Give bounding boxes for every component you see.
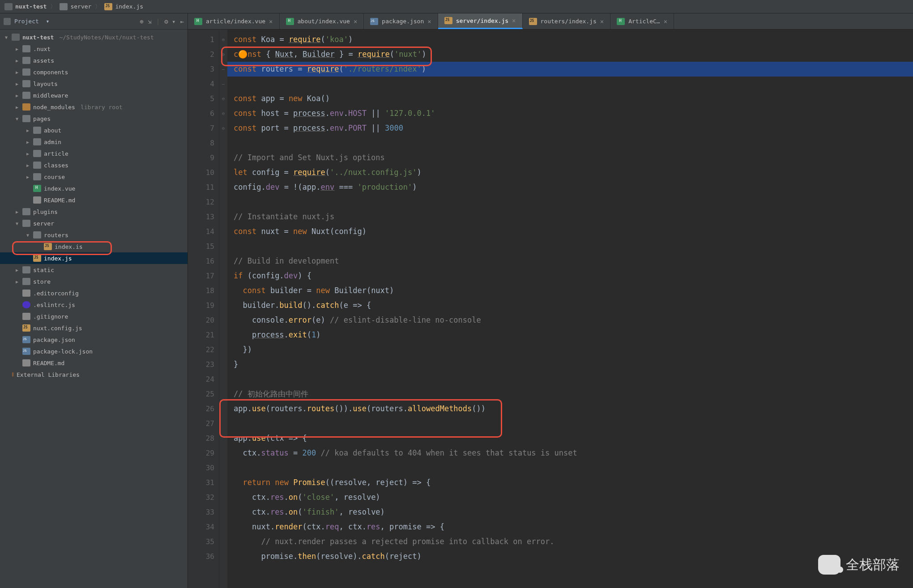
code-line[interactable]: if (config.dev) { <box>234 268 913 283</box>
tree-arrow-icon[interactable] <box>25 151 30 156</box>
code-line[interactable]: } <box>234 357 913 372</box>
editor-tab[interactable]: about/index.vue× <box>280 13 364 29</box>
tree-item[interactable]: admin <box>0 136 188 148</box>
tree-arrow-icon[interactable] <box>14 209 20 214</box>
fold-gutter[interactable]: ⊖⊖––⊖⊖⊖ <box>219 30 227 588</box>
tree-arrow-icon[interactable] <box>14 105 20 110</box>
editor-tab[interactable]: ArticleC…× <box>610 13 674 29</box>
editor-tab[interactable]: routers/index.js× <box>523 13 611 29</box>
code-line[interactable]: const nuxt = new Nuxt(config) <box>234 224 913 239</box>
close-tab-icon[interactable]: × <box>354 18 357 25</box>
close-tab-icon[interactable]: × <box>512 17 516 24</box>
fold-marker[interactable]: ⊖ <box>219 121 227 136</box>
code-line[interactable]: app.use(ctx => { <box>234 431 913 446</box>
tree-arrow-icon[interactable] <box>14 93 20 98</box>
tree-item[interactable]: server <box>0 217 188 229</box>
code-line[interactable]: builder.build().catch(e => { <box>234 298 913 313</box>
code-line[interactable] <box>234 136 913 150</box>
tree-item[interactable]: nuxt-test~/StudyNotes/Nuxt/nuxt-test <box>0 31 188 43</box>
code-line[interactable]: const host = process.env.HOST || '127.0.… <box>234 106 913 121</box>
editor-tab[interactable]: server/index.js× <box>438 13 523 29</box>
code-line[interactable]: // nuxt.render passes a rejected promise… <box>234 534 913 549</box>
tree-item[interactable]: .eslintrc.js <box>0 299 188 311</box>
tree-item[interactable]: nuxt.config.js <box>0 322 188 334</box>
breadcrumb-project[interactable]: nuxt-test <box>4 3 47 10</box>
code-line[interactable] <box>234 372 913 387</box>
project-dropdown[interactable]: Project ▾ <box>14 18 49 25</box>
code-editor[interactable]: 1234567891011121314151617181920212223242… <box>188 30 913 588</box>
tree-item[interactable]: README.md <box>0 357 188 369</box>
tree-item[interactable]: article <box>0 148 188 159</box>
tree-item[interactable]: node_moduleslibrary root <box>0 101 188 113</box>
tree-item[interactable]: routers <box>0 229 188 241</box>
code-line[interactable]: const builder = new Builder(nuxt) <box>234 283 913 298</box>
tree-item[interactable]: assets <box>0 55 188 66</box>
tree-arrow-icon[interactable] <box>25 140 30 145</box>
close-tab-icon[interactable]: × <box>600 18 604 25</box>
code-line[interactable] <box>234 239 913 254</box>
tree-item[interactable]: pages <box>0 113 188 124</box>
code-line[interactable]: promise.then(resolve).catch(reject) <box>234 549 913 564</box>
breadcrumb-file[interactable]: index.js <box>104 3 143 10</box>
code-line[interactable]: ctx.res.on('finish', resolve) <box>234 505 913 520</box>
tree-item[interactable]: .nuxt <box>0 43 188 55</box>
code-line[interactable]: nuxt.render(ctx.req, ctx.res, promise =>… <box>234 520 913 534</box>
hide-panel-icon[interactable]: ⇤ <box>180 18 184 25</box>
tree-item[interactable]: layouts <box>0 78 188 89</box>
close-tab-icon[interactable]: × <box>269 18 273 25</box>
collapse-all-icon[interactable]: ⇲ <box>148 18 151 25</box>
locate-icon[interactable]: ⊕ <box>140 18 143 25</box>
tree-item[interactable]: course <box>0 171 188 183</box>
tree-item[interactable]: .gitignore <box>0 311 188 322</box>
code-line[interactable]: }) <box>234 342 913 357</box>
breadcrumb-folder[interactable]: server <box>60 3 91 10</box>
tree-item[interactable]: about <box>0 124 188 136</box>
editor-tab[interactable]: package.json× <box>364 13 438 29</box>
tree-item[interactable]: package-lock.json <box>0 345 188 357</box>
tree-item[interactable]: ⦀External Libraries <box>0 369 188 380</box>
code-line[interactable]: process.exit(1) <box>234 328 913 342</box>
code-line[interactable]: const routers = require('./routers/index… <box>227 62 913 77</box>
close-tab-icon[interactable]: × <box>427 18 431 25</box>
code-line[interactable]: const app = new Koa() <box>234 91 913 106</box>
tree-arrow-icon[interactable] <box>14 221 20 226</box>
tree-arrow-icon[interactable] <box>14 58 20 63</box>
code-line[interactable]: c🟠nst { Nuxt, Builder } = require('nuxt'… <box>234 47 913 62</box>
tree-item[interactable]: plugins <box>0 206 188 217</box>
tree-arrow-icon[interactable] <box>25 175 30 179</box>
code-line[interactable] <box>234 460 913 475</box>
project-tree[interactable]: nuxt-test~/StudyNotes/Nuxt/nuxt-test.nux… <box>0 30 188 588</box>
tree-arrow-icon[interactable] <box>25 233 30 238</box>
tree-item[interactable]: index.vue <box>0 183 188 194</box>
tree-arrow-icon[interactable] <box>14 268 20 273</box>
code-line[interactable]: ctx.res.on('close', resolve) <box>234 490 913 505</box>
tree-arrow-icon[interactable] <box>14 70 20 75</box>
code-line[interactable]: // 初始化路由中间件 <box>234 387 913 401</box>
code-line[interactable] <box>234 416 913 431</box>
tree-item[interactable]: index.is <box>0 241 188 252</box>
tree-arrow-icon[interactable] <box>14 81 20 86</box>
fold-marker[interactable]: ⊖ <box>219 47 227 62</box>
code-line[interactable]: // Instantiate nuxt.js <box>234 209 913 224</box>
tree-arrow-icon[interactable] <box>4 35 9 40</box>
settings-gear-icon[interactable]: ⚙ ▾ <box>164 18 175 25</box>
code-line[interactable]: config.dev = !(app.env === 'production') <box>234 180 913 195</box>
code-line[interactable]: // Import and Set Nuxt.js options <box>234 150 913 165</box>
tree-item[interactable]: README.md <box>0 194 188 206</box>
tree-arrow-icon[interactable] <box>25 128 30 133</box>
tree-arrow-icon[interactable] <box>14 47 20 51</box>
tree-item[interactable]: index.js <box>0 252 188 264</box>
tree-item[interactable]: .editorconfig <box>0 287 188 299</box>
code-line[interactable]: app.use(routers.routes()).use(routers.al… <box>234 401 913 416</box>
editor-tab[interactable]: article/index.vue× <box>188 13 280 29</box>
code-line[interactable]: let config = require('../nuxt.config.js'… <box>234 165 913 180</box>
fold-marker[interactable]: – <box>219 62 227 77</box>
code-line[interactable]: ctx.status = 200 // koa defaults to 404 … <box>234 446 913 460</box>
fold-marker[interactable]: – <box>219 77 227 91</box>
code-line[interactable]: // Build in development <box>234 254 913 268</box>
code-line[interactable]: console.error(e) // eslint-disable-line … <box>234 313 913 328</box>
code-line[interactable] <box>234 77 913 91</box>
tree-arrow-icon[interactable] <box>25 163 30 168</box>
code-line[interactable]: return new Promise((resolve, reject) => … <box>234 475 913 490</box>
tree-item[interactable]: classes <box>0 159 188 171</box>
